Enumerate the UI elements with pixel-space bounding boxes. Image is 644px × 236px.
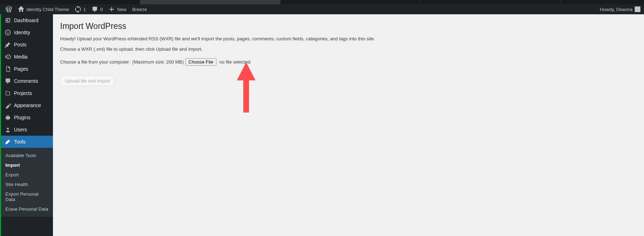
sidebar-item-plugins[interactable]: Plugins bbox=[1, 111, 53, 124]
dashboard-icon bbox=[5, 17, 11, 24]
site-name-link[interactable]: Identity Child Theme bbox=[15, 4, 72, 14]
sidebar-item-label: Pages bbox=[14, 66, 28, 72]
sidebar-item-pages[interactable]: Pages bbox=[1, 63, 53, 75]
admin-bar: Identity Child Theme 1 0 New Breeze Howd… bbox=[0, 4, 644, 14]
new-label: New bbox=[117, 7, 126, 12]
sidebar-item-label: Appearance bbox=[14, 102, 41, 108]
svg-point-2 bbox=[7, 128, 9, 130]
site-name-text: Identity Child Theme bbox=[26, 7, 69, 12]
sidebar-item-users[interactable]: Users bbox=[1, 124, 53, 136]
breeze-link[interactable]: Breeze bbox=[129, 4, 150, 14]
intro-text: Howdy! Upload your WordPress eXtended RS… bbox=[60, 36, 637, 41]
plugin-icon bbox=[5, 114, 11, 121]
identity-icon: D bbox=[5, 29, 11, 36]
svg-text:D: D bbox=[7, 31, 9, 35]
pin-icon bbox=[5, 41, 11, 48]
projects-icon bbox=[5, 90, 11, 96]
browser-tab[interactable] bbox=[280, 0, 421, 4]
sidebar-item-identity[interactable]: D Identity bbox=[1, 26, 53, 39]
browser-tab[interactable] bbox=[0, 0, 140, 4]
sidebar-item-label: Dashboard bbox=[14, 17, 39, 23]
choose-file-label: Choose a file from your computer: bbox=[60, 59, 130, 65]
updates-count: 1 bbox=[83, 7, 86, 12]
sidebar-item-comments[interactable]: Comments bbox=[1, 75, 53, 87]
update-icon bbox=[75, 6, 81, 12]
upload-import-button[interactable]: Upload file and import bbox=[60, 76, 114, 86]
instruction-text: Choose a WXR (.xml) file to upload, then… bbox=[60, 46, 637, 52]
sidebar-item-dashboard[interactable]: Dashboard bbox=[1, 14, 53, 26]
main-content: Import WordPress Howdy! Upload your Word… bbox=[53, 14, 644, 236]
sidebar-item-media[interactable]: Media bbox=[1, 51, 53, 63]
comments-link[interactable]: 0 bbox=[89, 4, 106, 14]
sidebar-item-label: Projects bbox=[14, 90, 32, 96]
new-content-link[interactable]: New bbox=[106, 4, 129, 14]
browser-tab-active[interactable] bbox=[140, 0, 280, 4]
sidebar-item-posts[interactable]: Posts bbox=[1, 39, 53, 51]
submenu-export[interactable]: Export bbox=[1, 170, 53, 180]
users-icon bbox=[5, 126, 11, 133]
media-icon bbox=[5, 54, 11, 60]
sidebar-item-label: Identity bbox=[14, 30, 30, 35]
submenu-erase-personal-data[interactable]: Erase Personal Data bbox=[1, 204, 53, 214]
sidebar-item-label: Media bbox=[14, 54, 28, 60]
account-link[interactable]: Howdy, Deanna bbox=[600, 6, 641, 12]
browser-tab[interactable] bbox=[421, 0, 561, 4]
plus-icon bbox=[108, 6, 115, 12]
sidebar-item-label: Users bbox=[14, 127, 27, 132]
howdy-text: Howdy, Deanna bbox=[600, 7, 633, 12]
max-size-hint: (Maximum size: 200 MB) bbox=[132, 59, 184, 65]
submenu-export-personal-data[interactable]: Export Personal Data bbox=[1, 189, 53, 204]
comments-count: 0 bbox=[100, 7, 103, 12]
appearance-icon bbox=[5, 102, 11, 109]
choose-file-button[interactable]: Choose File bbox=[185, 58, 216, 66]
sidebar-item-appearance[interactable]: Appearance bbox=[1, 99, 53, 111]
submenu-site-health[interactable]: Site Health bbox=[1, 180, 53, 189]
submenu-import[interactable]: Import bbox=[1, 160, 53, 170]
comment-icon bbox=[92, 6, 98, 12]
sidebar-item-label: Comments bbox=[14, 78, 38, 84]
tools-icon bbox=[5, 139, 11, 145]
wordpress-icon bbox=[6, 6, 12, 12]
svg-marker-4 bbox=[237, 62, 255, 80]
browser-tab-bar bbox=[0, 0, 644, 4]
breeze-label: Breeze bbox=[132, 7, 147, 12]
admin-sidebar: Dashboard D Identity Posts Media Pages C… bbox=[0, 14, 53, 236]
tools-submenu: Available Tools Import Export Site Healt… bbox=[1, 148, 53, 217]
sidebar-item-label: Posts bbox=[14, 42, 26, 47]
page-title: Import WordPress bbox=[60, 21, 637, 31]
updates-link[interactable]: 1 bbox=[72, 4, 89, 14]
annotation-arrow bbox=[235, 62, 257, 112]
sidebar-item-label: Tools bbox=[14, 139, 26, 145]
sidebar-item-projects[interactable]: Projects bbox=[1, 87, 53, 99]
wp-logo[interactable] bbox=[3, 4, 15, 14]
sidebar-item-tools[interactable]: Tools bbox=[1, 136, 53, 148]
avatar bbox=[635, 6, 640, 12]
svg-rect-3 bbox=[243, 75, 249, 112]
comments-icon bbox=[5, 78, 11, 84]
submenu-available-tools[interactable]: Available Tools bbox=[1, 151, 53, 160]
page-icon bbox=[5, 66, 11, 72]
sidebar-item-label: Plugins bbox=[14, 115, 30, 120]
home-icon bbox=[18, 6, 24, 12]
